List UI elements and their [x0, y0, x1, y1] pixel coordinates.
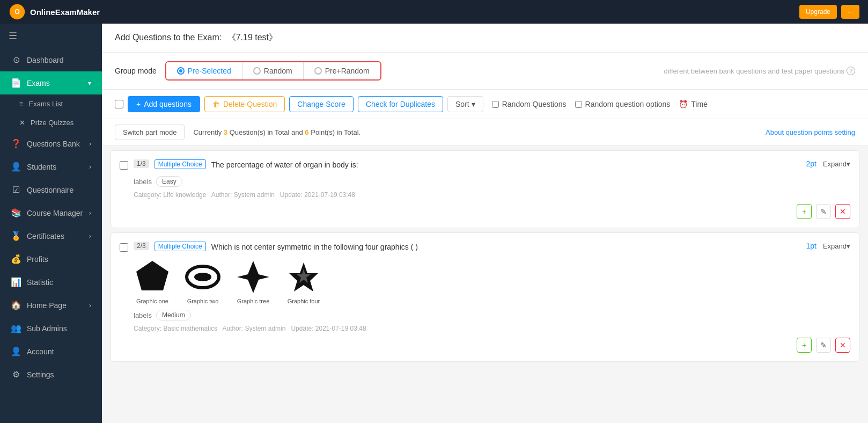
question-1-header: 1/3 Multiple Choice The percentage of wa… [120, 159, 850, 171]
question-2-edit-button[interactable]: ✎ [816, 338, 831, 353]
point-count-label: Point(s) in Total. [311, 128, 361, 136]
students-arrow-icon: › [89, 163, 91, 171]
svg-marker-2 [136, 261, 168, 290]
help-icon[interactable]: ? [847, 67, 855, 75]
svg-marker-5 [237, 261, 269, 293]
more-button[interactable]: ··· [841, 5, 859, 19]
question-1-delete-button[interactable]: ✕ [835, 204, 850, 219]
sidebar-item-dashboard[interactable]: ⊙ Dashboard [0, 48, 102, 71]
sidebar-item-exams[interactable]: 📄 Exams ▾ [0, 71, 102, 94]
sidebar-label-prize-quizzes: Prize Quizzes [31, 119, 73, 127]
question-2-checkbox[interactable] [120, 243, 128, 252]
graphic-one: Graphic one [134, 258, 171, 304]
graphic-three: Graphic tree [234, 258, 272, 304]
change-score-button[interactable]: Change Score [289, 96, 354, 112]
delete-question-label: Delete Question [223, 100, 277, 108]
certificates-icon: 🏅 [11, 231, 21, 241]
check-duplicates-button[interactable]: Check for Duplicates [358, 96, 443, 112]
group-mode-help: different between bank questions and tes… [664, 67, 855, 75]
statistic-icon: 📊 [11, 277, 21, 287]
random-options-checkbox[interactable] [575, 101, 582, 108]
mode-pre-random[interactable]: Pre+Random [304, 62, 380, 79]
switch-part-button[interactable]: Switch part mode [115, 125, 185, 140]
question-count: 3 [224, 128, 227, 136]
about-link[interactable]: About question points setting [766, 128, 855, 136]
question-1-edit-button[interactable]: ✎ [816, 204, 831, 219]
sidebar-item-sub-admins[interactable]: 👥 Sub Admins [0, 317, 102, 340]
radio-random [253, 67, 261, 75]
sidebar-label-account: Account [27, 347, 54, 356]
sidebar-label-students: Students [27, 163, 56, 171]
radio-pre-random [314, 67, 322, 75]
profits-icon: 💰 [11, 254, 21, 264]
questions-list: 1/3 Multiple Choice The percentage of wa… [102, 146, 868, 423]
sidebar-item-statistic[interactable]: 📊 Statistic [0, 271, 102, 294]
graphic-three-svg [234, 258, 272, 296]
sidebar-item-account[interactable]: 👤 Account [0, 340, 102, 363]
dashboard-icon: ⊙ [11, 55, 21, 65]
question-1-checkbox[interactable] [120, 161, 128, 170]
sidebar-label-exams-list: Exams List [29, 100, 63, 108]
account-icon: 👤 [11, 346, 21, 356]
certificates-arrow-icon: › [89, 232, 91, 240]
sidebar-label-certificates: Certificates [27, 232, 64, 240]
sidebar-item-questions-bank[interactable]: ❓ Questions Bank › [0, 132, 102, 155]
table-row: 2/3 Multiple Choice Which is not center … [111, 232, 859, 362]
sidebar-label-course-manager: Course Manager [27, 209, 83, 217]
toolbar-checks: Random Questions Random question options… [492, 100, 708, 108]
home-page-arrow-icon: › [89, 302, 91, 309]
sidebar-item-prize-quizzes[interactable]: ✕ Prize Quizzes [0, 113, 102, 132]
sidebar-label-questionnaire: Questionnaire [27, 186, 73, 194]
sidebar-label-sub-admins: Sub Admins [27, 324, 67, 333]
question-2-graphics: Graphic one Graphic two [134, 258, 850, 304]
question-1-tag: Easy [156, 176, 182, 187]
graphic-four: Graphic four [285, 258, 322, 304]
question-1-right: 2pt Expand▾ [806, 159, 850, 168]
sidebar-item-settings[interactable]: ⚙ Settings [0, 363, 102, 386]
question-2-text: Which is not center symmetric in the fol… [211, 242, 801, 253]
mode-pre-selected[interactable]: Pre-Selected [166, 62, 242, 79]
mode-random[interactable]: Random [242, 62, 304, 79]
question-1-expand[interactable]: Expand▾ [823, 160, 850, 168]
sidebar-item-profits[interactable]: 💰 Profits [0, 247, 102, 271]
random-questions-label[interactable]: Random Questions [492, 100, 567, 108]
question-1-label-prefix: labels [134, 178, 152, 186]
sidebar-item-exams-list[interactable]: ≡ Exams List [0, 94, 102, 113]
sidebar-item-students[interactable]: 👤 Students › [0, 155, 102, 178]
add-questions-button[interactable]: + Add questions [128, 96, 200, 112]
sort-label: Sort [455, 100, 469, 108]
upgrade-button[interactable]: Upgrade [799, 5, 837, 19]
question-2-actions: + ✎ ✕ [120, 338, 850, 353]
random-options-label[interactable]: Random question options [575, 100, 671, 108]
sidebar-item-home-page[interactable]: 🏠 Home Page › [0, 294, 102, 317]
home-page-icon: 🏠 [11, 300, 21, 310]
sidebar-toggle[interactable]: ☰ [0, 24, 102, 48]
question-1-actions: + ✎ ✕ [120, 204, 850, 219]
delete-question-button[interactable]: 🗑 Delete Question [204, 96, 285, 112]
sidebar-item-course-manager[interactable]: 📚 Course Manager › [0, 201, 102, 224]
select-all-checkbox[interactable] [115, 100, 123, 108]
question-2-expand[interactable]: Expand▾ [823, 242, 850, 250]
sidebar-item-certificates[interactable]: 🏅 Certificates › [0, 224, 102, 247]
sidebar-label-settings: Settings [27, 370, 54, 379]
point-count: 6 [305, 128, 308, 136]
question-2-labels: labels Medium [134, 310, 850, 320]
exams-list-icon: ≡ [19, 100, 24, 108]
course-manager-arrow-icon: › [89, 209, 91, 217]
question-1-add-button[interactable]: + [797, 204, 812, 219]
topbar-right: Upgrade ··· [799, 5, 859, 19]
question-2-delete-button[interactable]: ✕ [835, 338, 850, 353]
question-2-add-button[interactable]: + [797, 338, 812, 353]
sort-arrow-icon: ▾ [472, 100, 475, 108]
sidebar-label-home-page: Home Page [27, 301, 67, 310]
trash-icon: 🗑 [212, 100, 220, 108]
question-1-meta: Category: Life knowledge Author: System … [134, 191, 850, 199]
random-options-text: Random question options [585, 100, 671, 108]
sort-button[interactable]: Sort ▾ [447, 96, 483, 112]
sidebar-item-questionnaire[interactable]: ☑ Questionnaire [0, 178, 102, 201]
graphic-three-label: Graphic tree [237, 298, 270, 304]
graphic-four-svg [285, 258, 322, 296]
question-2-label-prefix: labels [134, 311, 152, 319]
random-questions-checkbox[interactable] [492, 101, 499, 108]
add-questions-label: Add questions [144, 100, 192, 108]
